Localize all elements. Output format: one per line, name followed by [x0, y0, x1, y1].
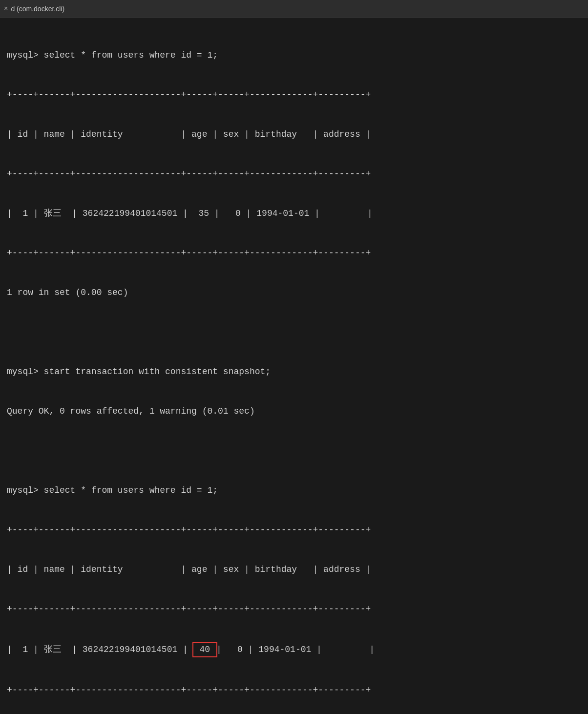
line-17: +----+------+--------------------+-----+…	[7, 684, 581, 697]
upper-close-icon[interactable]: ×	[4, 5, 8, 13]
age-cell-highlight: 40	[192, 642, 217, 657]
upper-terminal-window: × d (com.docker.cli) mysql> select * fro…	[0, 0, 588, 714]
line-14: | id | name | identity | age | sex | bir…	[7, 563, 581, 576]
line-8	[7, 326, 581, 339]
line-16-highlighted: | 1 | 张三 | 362422199401014501 | 40 | 0 |…	[7, 642, 581, 657]
line-10: Query OK, 0 rows affected, 1 warning (0.…	[7, 405, 581, 418]
line-4: +----+------+--------------------+-----+…	[7, 168, 581, 181]
line-6: +----+------+--------------------+-----+…	[7, 247, 581, 260]
line-2: +----+------+--------------------+-----+…	[7, 88, 581, 102]
line-15: +----+------+--------------------+-----+…	[7, 603, 581, 616]
line-3: | id | name | identity | age | sex | bir…	[7, 128, 581, 141]
upper-terminal-content: mysql> select * from users where id = 1;…	[0, 18, 588, 714]
line-12: mysql> select * from users where id = 1;	[7, 484, 581, 497]
line-13: +----+------+--------------------+-----+…	[7, 524, 581, 537]
line-7: 1 row in set (0.00 sec)	[7, 286, 581, 299]
line-1: mysql> select * from users where id = 1;	[7, 49, 581, 62]
line-11	[7, 444, 581, 458]
upper-tab-bar: × d (com.docker.cli)	[0, 0, 588, 18]
line-5: | 1 | 张三 | 362422199401014501 | 35 | 0 |…	[7, 207, 581, 220]
line-9: mysql> start transaction with consistent…	[7, 365, 581, 378]
upper-tab-label: d (com.docker.cli)	[11, 5, 64, 13]
